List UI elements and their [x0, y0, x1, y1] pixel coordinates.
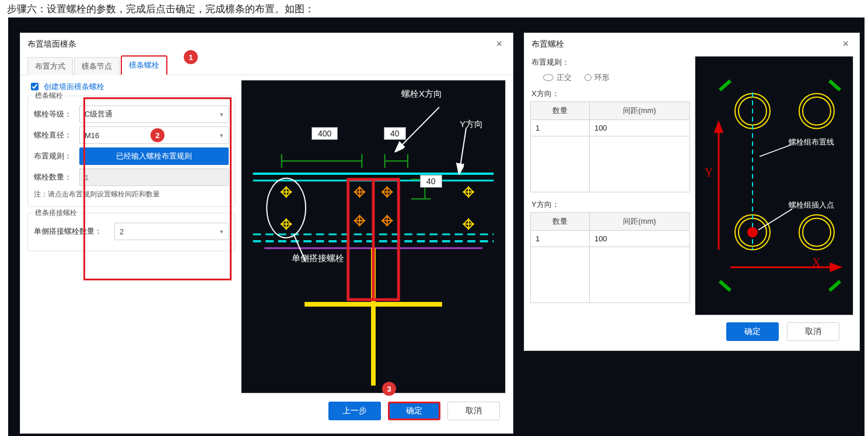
- x-spacing-cell[interactable]: 100: [589, 120, 690, 136]
- rule-label: 布置规则：: [34, 151, 75, 161]
- bolt-grade-label: 螺栓等级：: [34, 109, 75, 119]
- dim-400: 400: [312, 127, 338, 140]
- table-row[interactable]: [531, 247, 690, 303]
- col-spacing: 间距(mm): [589, 213, 690, 231]
- tab-purlin-joint[interactable]: 檩条节点: [74, 57, 120, 75]
- bolt-rule-button[interactable]: 已经输入螺栓布置规则: [79, 147, 229, 165]
- col-qty: 数量: [531, 213, 590, 231]
- x-dir-label: X方向：: [530, 87, 690, 101]
- overlap-qty-select[interactable]: 2: [114, 223, 229, 240]
- close-icon[interactable]: ×: [839, 38, 852, 50]
- axis-y-label: Y: [705, 166, 713, 180]
- dialog-bolt-layout: 布置螺栓 × 布置规则： 正交 环形 X方向： 数量间距(mm) 1100 Y方…: [524, 33, 860, 351]
- label-y-dir: Y方向: [460, 119, 483, 130]
- form-column: 创建墙面檩条螺栓 檩条螺栓 螺栓等级： C级普通 螺栓直径： M16 2 布置规…: [27, 80, 235, 393]
- dim-40a: 40: [384, 127, 406, 140]
- callout-1: 1: [184, 50, 198, 64]
- tab-layout-mode[interactable]: 布置方式: [27, 57, 73, 75]
- create-bolt-label: 创建墙面檩条螺栓: [44, 82, 104, 92]
- empty-cell[interactable]: [589, 136, 690, 192]
- prev-step-button[interactable]: 上一步: [328, 402, 381, 420]
- radio-dot-icon: [543, 74, 554, 81]
- dim-40b: 40: [420, 175, 442, 188]
- col-qty: 数量: [531, 102, 590, 120]
- y-table: 数量间距(mm) 1100: [530, 212, 690, 303]
- bolt-dia-value: M16: [85, 131, 99, 140]
- col-spacing: 间距(mm): [589, 102, 690, 120]
- table-row[interactable]: 1100: [531, 231, 690, 247]
- empty-cell[interactable]: [589, 247, 690, 303]
- overlap-qty-value: 2: [120, 227, 124, 236]
- svg-point-61: [747, 227, 758, 238]
- bolt-preview2: 螺栓组布置线 螺栓组插入点 Y X: [695, 56, 853, 315]
- bolt-qty-field: 1: [79, 168, 229, 186]
- table-row[interactable]: 1100: [531, 120, 690, 136]
- axis-x-label: X: [812, 256, 820, 269]
- label-overlap-bolt: 单侧搭接螺栓: [292, 253, 344, 264]
- callout-3: 3: [382, 382, 396, 396]
- layout-rule-label: 布置规则：: [530, 56, 690, 70]
- note-insert-point: 螺栓组插入点: [789, 200, 834, 210]
- y-qty-cell[interactable]: 1: [531, 231, 590, 247]
- step-instruction: 步骤六：设置螺栓的参数，完成后点击确定，完成檩条的布置。如图：: [0, 0, 868, 19]
- bolt-grade-value: C级普通: [85, 109, 113, 119]
- radio-ring[interactable]: 环形: [584, 72, 610, 83]
- bolt-note: 注：请点击布置规则设置螺栓间距和数量: [34, 189, 229, 199]
- bolt-qty-label: 螺栓数量：: [34, 172, 75, 182]
- cancel-button[interactable]: 取消: [447, 402, 500, 420]
- bolt-cancel-button[interactable]: 取消: [787, 322, 839, 341]
- table-row[interactable]: [531, 136, 690, 192]
- bolt-grade-select[interactable]: C级普通: [79, 106, 229, 123]
- group1-title: 檩条螺栓: [33, 91, 65, 101]
- bolt-preview2-svg: [695, 57, 853, 315]
- dialog-purlin: 布置墙面檩条 × 布置方式 檩条节点 檩条螺栓 1 创建墙面檩条螺栓 檩条螺栓 …: [20, 33, 513, 434]
- bolt-rule-column: 布置规则： 正交 环形 X方向： 数量间距(mm) 1100 Y方向： 数量间距…: [530, 56, 690, 315]
- group2-title: 檩条搭接螺栓: [33, 208, 79, 218]
- create-bolt-checkbox[interactable]: [31, 83, 38, 90]
- label-x-dir: 螺栓X方向: [401, 89, 442, 100]
- y-spacing-cell[interactable]: 100: [589, 231, 690, 247]
- empty-cell[interactable]: [531, 136, 590, 192]
- group-purlin-bolt: 檩条螺栓 螺栓等级： C级普通 螺栓直径： M16 2 布置规则： 已经输入螺栓…: [27, 96, 235, 207]
- note-layout-line: 螺栓组布置线: [789, 137, 834, 147]
- bolt-qty-value: 1: [85, 173, 89, 182]
- table-row: 数量间距(mm): [531, 213, 690, 231]
- empty-cell[interactable]: [531, 247, 590, 303]
- radio-ring-label: 环形: [594, 72, 610, 83]
- radio-ortho-label: 正交: [556, 72, 572, 83]
- dialog-purlin-title: 布置墙面檩条: [27, 39, 76, 50]
- close-icon[interactable]: ×: [492, 38, 506, 50]
- overlap-qty-label: 单侧搭接螺栓数量：: [34, 226, 110, 237]
- ok-button[interactable]: 确定: [388, 402, 440, 420]
- bolt-dia-label: 螺栓直径：: [34, 130, 75, 140]
- tabs: 布置方式 檩条节点 檩条螺栓 1: [20, 52, 513, 75]
- tab-purlin-bolt[interactable]: 檩条螺栓: [121, 55, 167, 75]
- preview-panel: 400 40 40 螺栓X方向 Y方向 单侧搭接螺栓: [241, 80, 506, 393]
- bolt-ok-button[interactable]: 确定: [726, 322, 779, 341]
- group-overlap-bolt: 檩条搭接螺栓 单侧搭接螺栓数量： 2: [27, 213, 235, 251]
- callout-2: 2: [150, 128, 164, 142]
- radio-dot-icon: [584, 74, 592, 81]
- radio-ortho[interactable]: 正交: [543, 72, 572, 83]
- table-row: 数量间距(mm): [531, 102, 690, 120]
- x-table: 数量间距(mm) 1100: [530, 101, 690, 192]
- dialog-bolt-title: 布置螺栓: [531, 39, 564, 50]
- x-qty-cell[interactable]: 1: [531, 120, 590, 136]
- y-dir-label: Y方向：: [530, 198, 690, 212]
